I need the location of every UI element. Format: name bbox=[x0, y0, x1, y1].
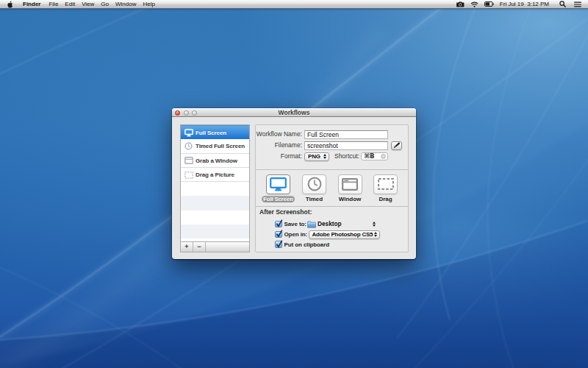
list-empty-row bbox=[181, 210, 249, 224]
menu-finder[interactable]: Finder bbox=[23, 0, 40, 9]
camera-icon[interactable] bbox=[456, 1, 465, 7]
mode-button-window[interactable] bbox=[338, 174, 362, 195]
list-toolbar: + − bbox=[181, 241, 249, 252]
shortcut-field[interactable]: ⌘B bbox=[361, 152, 388, 161]
list-empty-row bbox=[181, 224, 249, 238]
battery-icon[interactable] bbox=[484, 1, 494, 7]
clear-shortcut-icon[interactable] bbox=[381, 154, 386, 159]
list-empty-row bbox=[181, 196, 249, 210]
display-icon bbox=[184, 129, 193, 137]
workflow-list: Full Screen Timed Full Screen bbox=[180, 124, 250, 252]
popup-arrows-icon bbox=[323, 154, 326, 160]
list-empty-row bbox=[181, 182, 249, 196]
desktop: Finder File Edit View Go Window Help bbox=[0, 0, 588, 368]
list-item-drag-a-picture[interactable]: Drag a Picture bbox=[181, 168, 249, 182]
display-icon bbox=[270, 177, 287, 191]
clock-icon bbox=[307, 177, 322, 191]
checkmark-icon bbox=[276, 219, 283, 228]
open-in-value: Adobe Photoshop CS5 bbox=[309, 231, 373, 238]
workflows-window: Workflows Full Screen bbox=[172, 108, 416, 259]
spotlight-icon[interactable] bbox=[559, 1, 566, 7]
menu-view[interactable]: View bbox=[82, 0, 94, 9]
list-item-label: Timed Full Screen bbox=[196, 143, 245, 149]
save-to-checkbox[interactable] bbox=[275, 221, 282, 228]
shortcut-label: Shortcut: bbox=[329, 152, 359, 160]
popup-arrows-icon bbox=[374, 232, 377, 238]
menu-bar-left: Finder File Edit View Go Window Help bbox=[0, 0, 155, 8]
mode-button-timed[interactable] bbox=[302, 174, 326, 195]
shortcut-value: ⌘B bbox=[362, 152, 374, 160]
open-in-popup[interactable]: Adobe Photoshop CS5 bbox=[309, 230, 380, 239]
save-to-label: Save to: bbox=[284, 220, 306, 228]
workflow-name-label: Workflow Name: bbox=[256, 130, 302, 138]
list-item-full-screen[interactable]: Full Screen bbox=[181, 125, 249, 139]
notification-center-icon[interactable] bbox=[574, 1, 581, 7]
list-item-grab-a-window[interactable]: Grab a Window bbox=[181, 154, 249, 168]
wifi-icon[interactable] bbox=[470, 1, 478, 7]
menu-file[interactable]: File bbox=[49, 0, 58, 9]
save-to-value[interactable]: Desktop bbox=[318, 220, 342, 228]
add-workflow-button[interactable]: + bbox=[181, 242, 193, 252]
mode-button-full-screen[interactable] bbox=[266, 174, 290, 195]
menu-edit[interactable]: Edit bbox=[65, 0, 75, 9]
folder-icon bbox=[307, 221, 316, 228]
menu-bar: Finder File Edit View Go Window Help bbox=[0, 0, 588, 9]
list-item-timed-full-screen[interactable]: Timed Full Screen bbox=[181, 139, 249, 153]
mode-label-timed: Timed bbox=[296, 196, 333, 203]
workflow-name-field[interactable]: Full Screen bbox=[304, 130, 388, 139]
filename-label: Filename: bbox=[256, 141, 302, 149]
open-in-label: Open in: bbox=[284, 230, 308, 238]
checkmark-icon bbox=[276, 240, 283, 249]
clipboard-checkbox[interactable] bbox=[275, 241, 282, 248]
format-label: Format: bbox=[256, 152, 302, 160]
after-screenshot-heading: After Screenshot: bbox=[259, 208, 312, 216]
menu-bar-status: Fri Jul 19 3:12 PM bbox=[456, 0, 588, 8]
checkmark-icon bbox=[276, 230, 283, 238]
menu-window[interactable]: Window bbox=[115, 0, 136, 9]
save-to-popup-arrows-icon[interactable] bbox=[373, 222, 376, 227]
marquee-icon bbox=[378, 178, 394, 190]
filename-token-button[interactable] bbox=[391, 141, 402, 151]
format-popup[interactable]: PNG bbox=[304, 152, 329, 161]
list-item-label: Grab a Window bbox=[196, 158, 237, 164]
window-icon bbox=[342, 178, 358, 191]
mode-label-window: Window bbox=[331, 196, 368, 203]
remove-workflow-button[interactable]: − bbox=[193, 242, 206, 252]
pen-icon bbox=[393, 142, 400, 149]
mode-button-drag[interactable] bbox=[373, 174, 398, 195]
open-in-checkbox[interactable] bbox=[275, 231, 282, 238]
workflow-detail-panel: Workflow Name: Full Screen Filename: scr… bbox=[255, 124, 409, 252]
window-icon bbox=[184, 157, 193, 164]
marquee-icon bbox=[184, 171, 193, 179]
separator bbox=[256, 206, 408, 207]
clipboard-label: Put on clipboard bbox=[284, 241, 330, 249]
list-item-label: Full Screen bbox=[196, 130, 226, 136]
menu-go[interactable]: Go bbox=[101, 0, 109, 9]
apple-menu-icon[interactable] bbox=[7, 1, 13, 8]
separator bbox=[256, 169, 408, 170]
list-item-label: Drag a Picture bbox=[196, 171, 234, 178]
filename-field[interactable]: screenshot bbox=[304, 141, 388, 150]
menu-clock[interactable]: Fri Jul 19 3:12 PM bbox=[500, 0, 549, 9]
menu-help[interactable]: Help bbox=[143, 0, 154, 9]
window-titlebar[interactable]: Workflows bbox=[172, 108, 416, 117]
format-value: PNG bbox=[305, 153, 320, 160]
clock-icon bbox=[184, 142, 193, 150]
mode-label-drag: Drag bbox=[368, 196, 404, 203]
mode-label-full-screen: Full Screen bbox=[262, 196, 295, 203]
window-title: Workflows bbox=[172, 108, 416, 117]
